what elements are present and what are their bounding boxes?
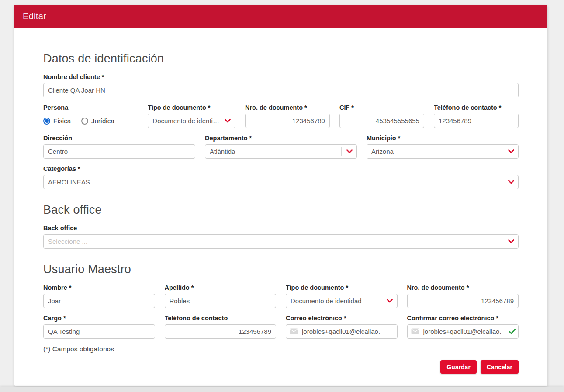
chevron-down-icon[interactable] <box>221 114 235 128</box>
um-tipo-documento-value: Documento de identidad <box>291 297 381 305</box>
field-um-apellido: Apellido * <box>165 284 277 308</box>
um-nro-documento-input[interactable] <box>407 294 519 308</box>
um-nombre-input[interactable] <box>43 294 155 308</box>
um-telefono-input[interactable] <box>165 324 277 339</box>
radio-fisica[interactable]: Física <box>43 117 71 125</box>
categorias-select[interactable]: AEROLINEAS <box>43 175 519 189</box>
required-fields-note: (*) Campos obligatorios <box>43 345 519 353</box>
um-telefono-label: Teléfono de contacto <box>165 315 277 322</box>
departamento-select[interactable]: Atlántida <box>205 144 357 159</box>
field-um-cargo: Cargo * <box>43 315 155 339</box>
tipo-documento-value: Documento de identi… <box>152 117 219 125</box>
field-telefono-contacto: Teléfono de contacto * <box>434 104 519 128</box>
radio-fisica-label: Física <box>53 117 71 125</box>
section-title-usuario-maestro: Usuario Maestro <box>43 263 519 276</box>
persona-label: Persona <box>43 104 138 111</box>
direccion-label: Dirección <box>43 135 195 142</box>
um-nro-documento-label: Nro. de documento * <box>407 284 519 291</box>
um-cargo-input[interactable] <box>43 324 155 339</box>
envelope-icon <box>411 328 419 336</box>
um-tipo-documento-select[interactable]: Documento de identidad <box>286 294 398 308</box>
radio-fisica-icon[interactable] <box>43 118 50 125</box>
field-direccion: Dirección <box>43 135 195 159</box>
dialog-body: Datos de identificación Nombre del clien… <box>14 28 547 374</box>
chevron-down-icon[interactable] <box>504 145 518 158</box>
um-correo-input[interactable] <box>286 324 398 339</box>
field-um-telefono: Teléfono de contacto <box>165 315 277 339</box>
field-back-office: Back office Seleccione ... <box>43 225 519 249</box>
page-bottom-strip <box>0 387 564 392</box>
field-um-tipo-documento: Tipo de documento * Documento de identid… <box>286 284 398 308</box>
edit-dialog: Editar Datos de identificación Nombre de… <box>14 5 547 386</box>
field-um-nombre: Nombre * <box>43 284 155 308</box>
dialog-title: Editar <box>23 11 46 21</box>
um-confirmar-correo-label: Confirmar correo electrónico * <box>407 315 519 322</box>
cancel-button[interactable]: Cancelar <box>481 360 519 374</box>
direccion-input[interactable] <box>43 144 195 159</box>
section-title-back-office: Back office <box>43 203 519 217</box>
chevron-down-icon[interactable] <box>342 145 356 158</box>
cif-label: CIF * <box>339 104 424 111</box>
um-correo-label: Correo electrónico * <box>286 315 398 322</box>
municipio-value: Arizona <box>371 148 502 155</box>
section-title-identificacion: Datos de identificación <box>43 52 519 66</box>
departamento-value: Atlántida <box>210 148 341 155</box>
back-office-placeholder: Seleccione ... <box>48 238 502 245</box>
radio-juridica-label: Jurídica <box>91 117 114 125</box>
radio-juridica-icon[interactable] <box>81 118 88 125</box>
check-icon <box>509 328 516 336</box>
actions-bar: Guardar Cancelar <box>43 360 519 374</box>
telefono-contacto-input[interactable] <box>434 114 519 128</box>
municipio-select[interactable]: Arizona <box>367 144 519 159</box>
categorias-value: AEROLINEAS <box>48 178 502 186</box>
tipo-documento-select[interactable]: Documento de identi… <box>148 114 235 128</box>
field-departamento: Departamento * Atlántida <box>205 135 357 159</box>
chevron-down-icon[interactable] <box>383 294 397 308</box>
tipo-documento-label: Tipo de documento * <box>148 104 235 111</box>
categorias-label: Categorías * <box>43 165 519 172</box>
um-cargo-label: Cargo * <box>43 315 155 322</box>
um-confirmar-correo-input[interactable] <box>407 324 519 339</box>
chevron-down-icon[interactable] <box>504 175 518 189</box>
persona-radio-group: Física Jurídica <box>43 114 138 128</box>
cif-input[interactable] <box>339 114 424 128</box>
nro-documento-input[interactable] <box>245 114 330 128</box>
um-tipo-documento-label: Tipo de documento * <box>286 284 398 291</box>
field-um-nro-documento: Nro. de documento * <box>407 284 519 308</box>
field-municipio: Municipio * Arizona <box>367 135 519 159</box>
field-um-confirmar-correo: Confirmar correo electrónico * <box>407 315 519 339</box>
um-apellido-label: Apellido * <box>165 284 277 291</box>
nro-documento-label: Nro. de documento * <box>245 104 330 111</box>
save-button[interactable]: Guardar <box>440 360 476 374</box>
departamento-label: Departamento * <box>205 135 357 142</box>
field-cif: CIF * <box>339 104 424 128</box>
nombre-cliente-input[interactable] <box>43 83 519 97</box>
back-office-label: Back office <box>43 225 519 232</box>
field-tipo-documento: Tipo de documento * Documento de identi… <box>148 104 235 128</box>
nombre-cliente-label: Nombre del cliente * <box>43 73 519 80</box>
chevron-down-icon[interactable] <box>504 235 518 248</box>
telefono-contacto-label: Teléfono de contacto * <box>434 104 519 111</box>
municipio-label: Municipio * <box>367 135 519 142</box>
field-categorias: Categorías * AEROLINEAS <box>43 165 519 189</box>
envelope-icon <box>290 328 298 336</box>
field-nro-documento: Nro. de documento * <box>245 104 330 128</box>
um-apellido-input[interactable] <box>165 294 277 308</box>
field-um-correo: Correo electrónico * <box>286 315 398 339</box>
dialog-header: Editar <box>14 5 547 28</box>
field-persona: Persona Física Jurídica <box>43 104 138 128</box>
back-office-select[interactable]: Seleccione ... <box>43 234 519 249</box>
field-nombre-cliente: Nombre del cliente * <box>43 73 519 97</box>
radio-juridica[interactable]: Jurídica <box>81 117 114 125</box>
um-nombre-label: Nombre * <box>43 284 155 291</box>
